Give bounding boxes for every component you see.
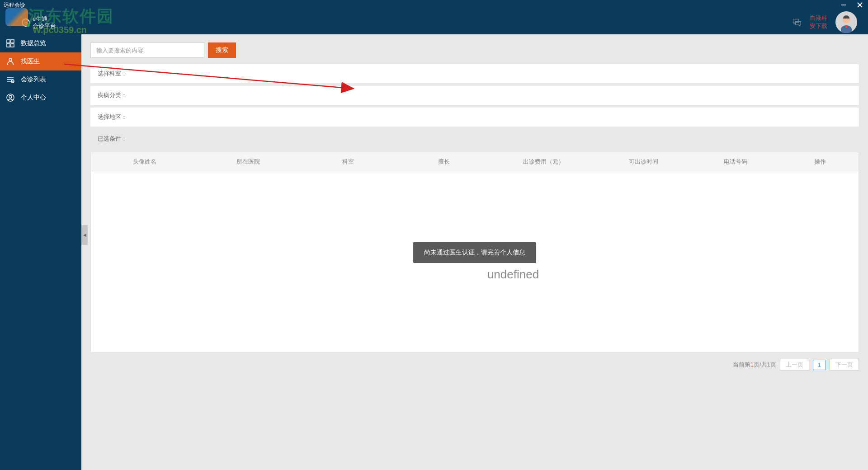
svg-rect-6 — [7, 44, 10, 47]
page-1-button[interactable]: 1 — [813, 360, 826, 370]
undefined-text: undefined — [487, 268, 539, 282]
sidebar-item-profile[interactable]: 个人中心 — [0, 89, 81, 107]
sidebar-collapse-handle[interactable] — [81, 225, 88, 245]
user-dept: 血液科 — [810, 14, 827, 22]
header: 血液科 安下载 — [0, 10, 868, 34]
th-department: 科室 — [298, 158, 398, 166]
filter-disease[interactable]: 疾病分类： — [90, 86, 859, 105]
svg-rect-4 — [7, 40, 10, 43]
minimize-button[interactable] — [835, 0, 852, 10]
prev-page-button[interactable]: 上一页 — [780, 359, 809, 371]
th-action: 操作 — [782, 158, 859, 166]
table-body: 尚未通过医生认证，请完善个人信息 undefined — [91, 171, 859, 352]
user-area: 血液科 安下载 — [792, 11, 857, 33]
sidebar-label: 找医生 — [21, 57, 40, 66]
th-fee: 出诊费用（元） — [490, 158, 598, 166]
pagination-info: 当前第1页/共1页 — [733, 361, 776, 369]
logo: e e生通 会诊平台 — [22, 15, 56, 29]
sidebar-item-overview[interactable]: 数据总览 — [0, 34, 81, 52]
user-name: 安下载 — [810, 22, 827, 30]
sidebar-label: 数据总览 — [21, 39, 46, 47]
sidebar-item-consult-list[interactable]: 会诊列表 — [0, 70, 81, 89]
th-avatar-name: 头像姓名 — [91, 158, 198, 166]
logo-brand-top: e生通 — [33, 15, 56, 23]
sidebar: 数据总览 找医生 会诊列表 个人中心 — [0, 34, 81, 470]
search-row: 搜索 — [90, 42, 859, 58]
logo-brand-bottom: 会诊平台 — [33, 23, 56, 30]
selected-conditions: 已选条件： — [90, 129, 859, 148]
chat-icon[interactable] — [792, 18, 802, 27]
grid-icon — [6, 39, 14, 47]
auth-warning[interactable]: 尚未通过医生认证，请完善个人信息 — [413, 242, 536, 263]
sidebar-label: 会诊列表 — [21, 75, 46, 84]
svg-point-8 — [9, 58, 12, 61]
search-button[interactable]: 搜索 — [208, 42, 236, 58]
table-header: 头像姓名 所在医院 科室 擅长 出诊费用（元） 可出诊时间 电话号码 操作 — [91, 152, 859, 171]
th-phone: 电话号码 — [689, 158, 782, 166]
pagination: 当前第1页/共1页 上一页 1 下一页 — [90, 359, 859, 371]
svg-point-12 — [11, 80, 14, 83]
avatar[interactable] — [835, 11, 857, 33]
user-icon — [6, 94, 14, 102]
search-input[interactable] — [90, 42, 204, 58]
doctor-icon — [6, 57, 14, 66]
filter-region[interactable]: 选择地区： — [90, 108, 859, 127]
svg-point-14 — [9, 95, 12, 98]
sidebar-label: 个人中心 — [21, 94, 46, 102]
th-hospital: 所在医院 — [198, 158, 298, 166]
th-available: 可出诊时间 — [598, 158, 690, 166]
th-specialty: 擅长 — [398, 158, 490, 166]
svg-rect-7 — [11, 44, 14, 47]
doctor-table: 头像姓名 所在医院 科室 擅长 出诊费用（元） 可出诊时间 电话号码 操作 尚未… — [90, 152, 859, 352]
filter-department[interactable]: 选择科室： — [90, 64, 859, 83]
user-info[interactable]: 血液科 安下载 — [810, 14, 827, 30]
window-title: 远程会诊 — [4, 1, 25, 9]
titlebar: 远程会诊 — [0, 0, 868, 10]
next-page-button[interactable]: 下一页 — [830, 359, 859, 371]
main-content: 搜索 选择科室： 疾病分类： 选择地区： 已选条件： 头像姓名 所在医院 科室 … — [81, 34, 868, 470]
svg-rect-5 — [11, 40, 14, 43]
window-controls — [835, 0, 868, 10]
close-button[interactable] — [852, 0, 868, 10]
list-icon — [6, 75, 14, 84]
sidebar-item-find-doctor[interactable]: 找医生 — [0, 52, 81, 70]
